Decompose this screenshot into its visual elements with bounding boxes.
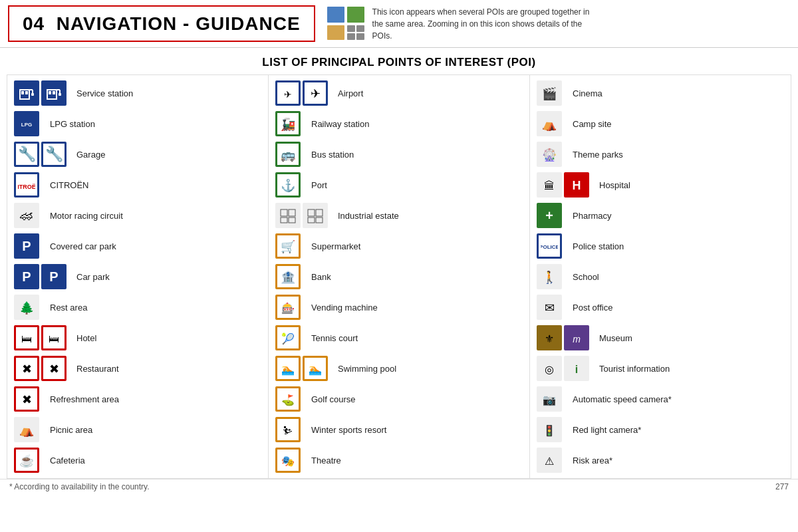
citroen-icon: CITROËN (14, 172, 39, 198)
poi-icon-group: 🚂 (275, 111, 307, 136)
poi-icon-group: 🚦 (537, 417, 569, 442)
list-item: 🚂 Railway station (274, 108, 524, 139)
poi-icon-group: 🌲 (14, 295, 46, 320)
poi-label: Refreshment area (46, 394, 119, 404)
page-footer: * According to availability in the count… (0, 479, 798, 494)
poi-icon-group: CITROËN (14, 172, 46, 198)
svg-text:✈: ✈ (284, 89, 292, 100)
cafeteria-icon: ☕ (14, 448, 39, 473)
list-item: P Covered car park (13, 231, 263, 261)
poi-label: Police station (569, 241, 624, 251)
svg-text:🎾: 🎾 (281, 332, 295, 345)
svg-rect-44 (308, 209, 315, 216)
page-header: 04 NAVIGATION - GUIDANCE This icon appea… (0, 0, 798, 48)
tennis-icon: 🎾 (275, 325, 301, 350)
svg-text:POLICE: POLICE (541, 244, 558, 250)
svg-rect-5 (347, 33, 355, 40)
poi-icon-group (14, 80, 72, 106)
poi-label: Bank (307, 272, 331, 282)
poi-icon-group: ⛳ (275, 386, 307, 412)
poi-icon-group: 🛏 🛏 (14, 325, 72, 350)
poi-label: Airport (334, 88, 363, 98)
rest-area-icon: 🌲 (14, 295, 39, 320)
poi-table: Service station LPG LPG station 🔧 🔧 Gara… (7, 74, 791, 479)
car-park-icon-2: P (41, 264, 66, 289)
svg-rect-47 (316, 217, 323, 223)
list-item: ✖ ✖ Restaurant (13, 353, 263, 384)
list-item: ⚓ Port (274, 170, 524, 200)
poi-icon-group: 🏊 🏊 (275, 356, 334, 381)
poi-label: Automatic speed camera* (569, 394, 672, 404)
hotel-icon-1: 🛏 (14, 325, 39, 350)
svg-text:⛺: ⛺ (542, 117, 557, 132)
svg-text:🎰: 🎰 (281, 302, 295, 315)
museum-icon-2: m (564, 325, 589, 350)
poi-icon-group: ✖ (14, 386, 46, 412)
poi-icon-group: P P (14, 264, 72, 289)
footer-note: * According to availability in the count… (9, 482, 150, 491)
railway-icon: 🚂 (275, 111, 301, 136)
svg-rect-2 (327, 25, 344, 40)
poi-icon-group: ◎ i (537, 356, 595, 381)
svg-text:⚜: ⚜ (545, 333, 554, 344)
svg-rect-1 (347, 7, 364, 23)
poi-label: Theme parks (569, 150, 623, 160)
airport-icon-2: ✈ (303, 80, 328, 106)
poi-icon-group: ⚜ m (537, 325, 595, 350)
svg-text:☕: ☕ (19, 454, 35, 468)
svg-rect-43 (289, 217, 295, 223)
poi-label: Rest area (46, 303, 87, 313)
list-item: ⚠ Risk area* (535, 445, 785, 475)
header-icon-area: This icon appears when several POIs are … (326, 5, 790, 42)
svg-text:🛏: 🛏 (49, 333, 59, 344)
list-item: 🏦 Bank (274, 261, 524, 292)
svg-rect-46 (308, 217, 315, 223)
poi-label: Museum (595, 333, 632, 343)
poi-label: Risk area* (569, 456, 612, 466)
poi-label: Motor racing circuit (46, 211, 123, 221)
list-item: 🎬 Cinema (535, 78, 785, 108)
svg-rect-15 (53, 91, 55, 94)
poi-label: Pharmacy (569, 211, 612, 221)
poi-column-1: Service station LPG LPG station 🔧 🔧 Gara… (7, 75, 269, 478)
airport-icon-1: ✈ (275, 80, 301, 106)
pool-icon-2: 🏊 (303, 356, 328, 381)
poi-label: Industrial estate (334, 211, 399, 221)
svg-rect-12 (31, 93, 34, 96)
list-item: 🎰 Vending machine (274, 292, 524, 323)
chapter-name: NAVIGATION - GUIDANCE (45, 13, 300, 35)
poi-label: Covered car park (46, 241, 116, 251)
tourist-icon-1: ◎ (537, 356, 562, 381)
poi-icon-group: P (14, 233, 46, 259)
museum-icon-1: ⚜ (537, 325, 562, 350)
poi-icon-group: ☕ (14, 448, 46, 473)
list-item: 🚦 Red light camera* (535, 414, 785, 445)
svg-text:H: H (573, 179, 581, 192)
svg-rect-42 (281, 217, 287, 223)
winter-sports-icon: ⛷ (275, 417, 301, 442)
poi-icon-group: ✈ ✈ (275, 80, 334, 106)
poi-icon-group: 🎡 (537, 142, 569, 167)
svg-text:+: + (545, 208, 553, 223)
poi-icon-group: 🎰 (275, 295, 307, 320)
poi-label: Swimming pool (334, 364, 396, 374)
poi-icon-group: 🏎 (14, 203, 46, 228)
poi-label: Cafeteria (46, 456, 85, 466)
poi-icon-group: ⛺ (14, 417, 46, 442)
supermarket-icon: 🛒 (275, 233, 301, 259)
bus-station-icon: 🚌 (275, 142, 301, 167)
poi-icon-group: ⛺ (537, 111, 569, 136)
list-item: ⛳ Golf course (274, 384, 524, 414)
car-park-icon-1: P (14, 264, 39, 289)
grouped-poi-icon (326, 5, 366, 42)
poi-label: Picnic area (46, 425, 92, 435)
garage-icon-1: 🔧 (14, 142, 39, 167)
cinema-icon: 🎬 (537, 80, 562, 106)
poi-icon-group: 📷 (537, 386, 569, 412)
vending-icon: 🎰 (275, 295, 301, 320)
chapter-title: 04 (23, 13, 45, 35)
red-light-camera-icon: 🚦 (537, 417, 562, 442)
police-icon: POLICE (537, 233, 562, 259)
list-item: 🏛 H Hospital (535, 170, 785, 200)
svg-text:✉: ✉ (545, 301, 555, 315)
